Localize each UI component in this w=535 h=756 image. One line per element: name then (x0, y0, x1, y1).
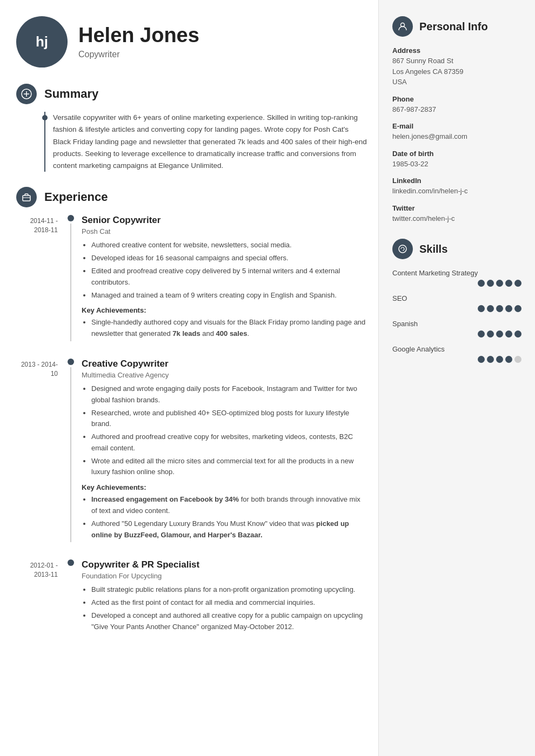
experience-timeline: 2014-11 - 2018-11 Senior Copywriter Posh… (16, 215, 367, 638)
personal-info-item: Address 867 Sunny Road StLos Angeles CA … (392, 46, 521, 87)
exp-content: Senior Copywriter Posh Cat Authored crea… (82, 215, 367, 341)
skills-list: Content Marketing Strategy SEO Spanish G… (392, 269, 521, 363)
skill-dot (478, 305, 485, 312)
list-item: Authored creative content for website, n… (91, 240, 367, 251)
skill-dot (487, 305, 494, 312)
skill-dot (496, 330, 503, 338)
list-item: Developed ideas for 16 seasonal campaign… (91, 253, 367, 264)
skill-dot (514, 305, 521, 312)
exp-bullets-list: Designed and wrote engaging daily posts … (82, 383, 367, 478)
skill-dot (505, 330, 512, 338)
skill-dot (487, 356, 494, 363)
exp-date: 2012-01 - 2013-11 (16, 559, 68, 638)
skill-name: SEO (392, 294, 521, 302)
personal-info-fields: Address 867 Sunny Road StLos Angeles CA … (392, 46, 521, 224)
skill-dot (487, 330, 494, 338)
summary-title: Summary (44, 87, 98, 101)
list-item: Designed and wrote engaging daily posts … (91, 383, 367, 406)
skill-item: SEO (392, 294, 521, 312)
achievements-label: Key Achievements: (82, 483, 367, 491)
experience-section: Experience 2014-11 - 2018-11 Senior Copy… (16, 187, 367, 638)
exp-vert-line (70, 367, 71, 543)
exp-vert-line (70, 224, 71, 341)
info-value: 867 Sunny Road StLos Angeles CA 87359USA (392, 56, 521, 87)
list-item: Researched, wrote and published 40+ SEO-… (91, 408, 367, 430)
summary-text: Versatile copywriter with 6+ years of on… (44, 112, 367, 172)
exp-content: Creative Copywriter Multimedia Creative … (82, 359, 367, 543)
skill-dot (496, 280, 503, 287)
skill-dot (478, 280, 485, 287)
skill-item: Content Marketing Strategy (392, 269, 521, 287)
avatar-initials: hj (36, 33, 48, 50)
right-column: Personal Info Address 867 Sunny Road StL… (378, 0, 535, 756)
personal-info-title: Personal Info (419, 21, 488, 33)
skill-dot (505, 280, 512, 287)
achievements-list: Single-handedly authored copy and visual… (82, 317, 367, 340)
list-item: Edited and proofread creative copy deliv… (91, 266, 367, 288)
experience-item: 2014-11 - 2018-11 Senior Copywriter Posh… (16, 215, 367, 341)
achievements-label: Key Achievements: (82, 306, 367, 314)
exp-line (68, 215, 74, 341)
personal-info-item: Phone 867-987-2837 (392, 95, 521, 115)
skill-dots (392, 356, 521, 363)
info-value: 1985-03-22 (392, 159, 521, 170)
exp-date: 2013 - 2014-10 (16, 359, 68, 543)
info-value: 867-987-2837 (392, 104, 521, 115)
info-label: Twitter (392, 204, 521, 212)
left-column: hj Helen Jones Copywriter Summary Versat… (0, 0, 378, 756)
personal-info-item: E-mail helen.jones@gmail.com (392, 122, 521, 142)
skill-dot (487, 280, 494, 287)
experience-icon (16, 187, 37, 207)
list-item: Wrote and edited all the micro sites and… (91, 456, 367, 478)
exp-job-title: Senior Copywriter (82, 215, 367, 226)
experience-item: 2013 - 2014-10 Creative Copywriter Multi… (16, 359, 367, 543)
list-item: Acted as the first point of contact for … (91, 597, 367, 609)
exp-company: Posh Cat (82, 227, 367, 235)
exp-line (68, 359, 74, 543)
skill-dots (392, 330, 521, 338)
skill-dot (514, 280, 521, 287)
info-value: twitter.com/helen-j-c (392, 213, 521, 224)
exp-dot (68, 359, 74, 365)
skills-title: Skills (419, 243, 447, 255)
summary-section: Summary Versatile copywriter with 6+ yea… (16, 84, 367, 172)
list-item: Single-handedly authored copy and visual… (91, 317, 367, 340)
exp-job-title: Creative Copywriter (82, 359, 367, 369)
exp-company: Foundation For Upcycling (82, 572, 367, 580)
skill-dot (478, 356, 485, 363)
personal-info-item: Twitter twitter.com/helen-j-c (392, 204, 521, 224)
candidate-title: Copywriter (78, 50, 199, 59)
achievements-list: Increased engagement on Facebook by 34% … (82, 494, 367, 541)
personal-info-icon (392, 16, 413, 37)
candidate-name: Helen Jones (78, 24, 199, 47)
exp-dot (68, 559, 74, 566)
info-label: Address (392, 46, 521, 55)
exp-bullets-list: Authored creative content for website, n… (82, 240, 367, 301)
skills-header: Skills (392, 239, 521, 259)
list-item: Managed and trained a team of 9 writers … (91, 290, 367, 301)
skill-dot (478, 330, 485, 338)
header-text: Helen Jones Copywriter (78, 24, 199, 60)
exp-company: Multimedia Creative Agency (82, 371, 367, 379)
skill-dot (514, 356, 521, 363)
personal-info-section: Personal Info Address 867 Sunny Road StL… (392, 16, 521, 224)
info-label: E-mail (392, 122, 521, 130)
skill-dot (505, 305, 512, 312)
skill-dot (514, 330, 521, 338)
exp-bullets-list: Built strategic public relations plans f… (82, 584, 367, 632)
summary-header: Summary (16, 84, 367, 104)
info-label: Date of birth (392, 150, 521, 158)
skill-name: Google Analytics (392, 345, 521, 353)
list-item: Increased engagement on Facebook by 34% … (91, 494, 367, 517)
experience-header: Experience (16, 187, 367, 207)
info-value: helen.jones@gmail.com (392, 131, 521, 142)
avatar: hj (16, 16, 68, 68)
list-item: Authored "50 Legendary Luxury Brands You… (91, 518, 367, 541)
skill-item: Spanish (392, 320, 521, 338)
exp-date: 2014-11 - 2018-11 (16, 215, 68, 341)
info-label: LinkedIn (392, 177, 521, 185)
info-label: Phone (392, 95, 521, 103)
exp-line (68, 559, 74, 638)
experience-title: Experience (44, 190, 108, 204)
summary-icon (16, 84, 37, 104)
